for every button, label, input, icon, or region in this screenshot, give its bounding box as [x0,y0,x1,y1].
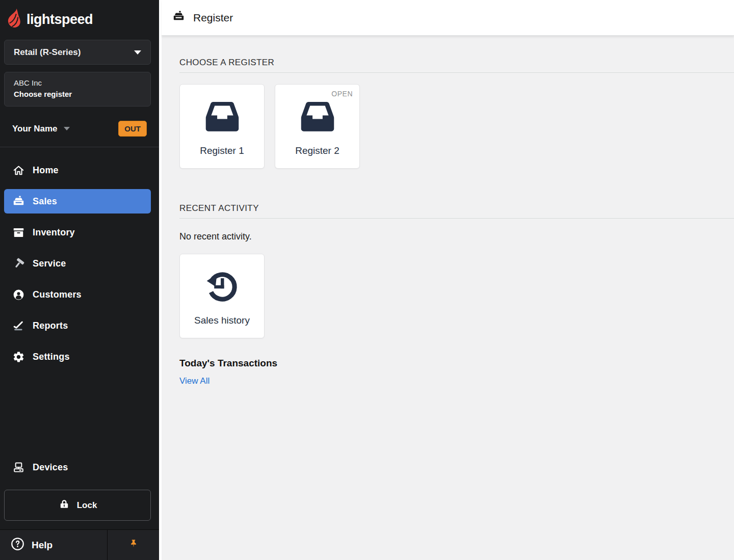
sidebar-item-customers[interactable]: Customers [4,282,151,307]
sidebar-item-label: Inventory [33,227,75,238]
help-button[interactable]: Help [0,530,107,560]
reports-icon [12,319,25,332]
page-title: Register [193,12,233,24]
pos-terminal-icon [12,461,25,474]
cash-register-icon [12,195,25,208]
customer-icon [12,288,25,301]
main-area: Register CHOOSE A REGISTER Register 1 OP… [162,0,734,560]
sidebar-item-label: Devices [33,462,68,473]
pushpin-icon [128,539,139,552]
sidebar-item-service[interactable]: Service [4,251,151,276]
hammer-icon [12,257,25,270]
todays-transactions-heading: Today's Transactions [179,358,734,369]
user-name: Your Name [12,124,58,134]
sign-out-button[interactable]: OUT [118,121,147,137]
sidebar-nav: Home Sales [0,158,159,369]
sidebar-item-settings[interactable]: Settings [4,344,151,369]
sidebar-divider [0,147,159,147]
register-card-2[interactable]: OPEN Register 2 [275,84,360,169]
lightspeed-flame-icon [6,8,22,31]
choose-register-heading: CHOOSE A REGISTER [179,58,734,68]
sidebar-item-label: Home [33,165,59,176]
section-divider [179,72,734,73]
recent-activity-heading: RECENT ACTIVITY [179,203,734,214]
sidebar-item-sales[interactable]: Sales [4,189,151,214]
status-badge: OPEN [331,90,353,98]
sidebar-item-devices[interactable]: Devices [4,455,151,479]
company-name: ABC Inc [14,77,141,89]
history-clock-icon [204,270,240,304]
sidebar: lightspeed Retail (R-Series) ABC Inc Cho… [0,0,159,560]
chevron-down-icon [134,50,141,55]
page-content: CHOOSE A REGISTER Register 1 OPEN [162,36,734,386]
cash-drawer-icon [298,100,337,134]
help-label: Help [32,540,53,551]
user-row: Your Name OUT [12,121,147,137]
gear-icon [12,351,25,363]
sales-history-label: Sales history [194,315,250,326]
brand-name: lightspeed [27,12,93,28]
no-recent-activity-text: No recent activity. [179,231,734,242]
cash-register-icon [172,10,185,25]
lock-button[interactable]: Lock [4,490,151,521]
app-window: lightspeed Retail (R-Series) ABC Inc Cho… [0,0,734,560]
choose-register-label: Choose register [14,89,141,100]
sidebar-item-label: Sales [33,196,57,207]
sidebar-item-label: Settings [33,352,70,362]
history-card-row: Sales history [179,254,734,338]
sidebar-item-inventory[interactable]: Inventory [4,220,151,245]
cash-drawer-icon [203,100,242,134]
sidebar-item-reports[interactable]: Reports [4,313,151,338]
question-circle-icon [11,537,24,553]
sidebar-item-label: Service [33,258,66,269]
home-icon [12,164,25,177]
lock-icon [58,498,70,513]
product-selector[interactable]: Retail (R-Series) [4,40,151,65]
register-card-label: Register 1 [200,145,244,156]
sales-history-card[interactable]: Sales history [179,254,265,338]
chevron-down-icon[interactable] [64,127,70,130]
register-card-label: Register 2 [295,145,339,156]
sidebar-item-label: Customers [33,289,82,300]
register-cards-row: Register 1 OPEN Register 2 [179,84,734,169]
section-divider [179,218,734,219]
lock-button-label: Lock [77,500,97,511]
sidebar-bottom-bar: Help [0,529,159,560]
account-box[interactable]: ABC Inc Choose register [4,72,151,106]
sidebar-item-home[interactable]: Home [4,158,151,182]
sidebar-item-label: Reports [33,321,68,331]
inventory-box-icon [12,226,25,239]
page-header: Register [162,0,734,36]
register-card-1[interactable]: Register 1 [179,84,265,169]
view-all-link[interactable]: View All [179,376,209,386]
product-selector-value: Retail (R-Series) [14,47,81,58]
pin-sidebar-button[interactable] [107,530,159,560]
brand-logo: lightspeed [0,0,159,31]
